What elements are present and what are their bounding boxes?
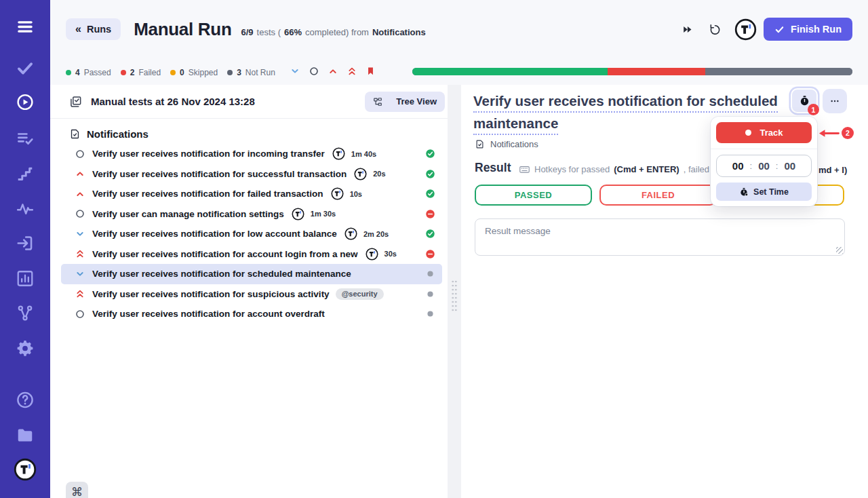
summary-text: tests ( — [257, 27, 281, 37]
testomat-ref-icon[interactable] — [332, 147, 345, 160]
dot-icon — [425, 269, 435, 279]
bookmark-icon[interactable] — [366, 66, 376, 77]
sidebar — [0, 0, 50, 498]
failed-button[interactable]: FAILED — [599, 185, 717, 206]
bar-chart-icon[interactable] — [16, 269, 35, 288]
status-dot-icon — [66, 70, 71, 75]
chevron-up-icon[interactable] — [328, 66, 338, 77]
folder-icon[interactable] — [16, 425, 35, 445]
run-progress-bar — [412, 68, 852, 75]
status-count-value: 2 — [130, 68, 135, 77]
test-list-header: Manual tests at 26 Nov 2024 13:28 Tree V… — [50, 85, 448, 119]
play-circle-icon[interactable] — [16, 92, 35, 112]
run-progress-summary: 6/9 tests ( 66% completed) from Notifica… — [241, 22, 426, 37]
status-dot-icon — [227, 70, 233, 75]
hotkeys-text: Hotkeys for passed — [534, 164, 610, 174]
progress-segment — [705, 68, 852, 75]
test-tag-badge: @security — [336, 288, 384, 300]
help-icon[interactable] — [16, 390, 35, 410]
testomat-logo-icon[interactable] — [734, 18, 757, 41]
test-name: Verify user receives notification for sc… — [92, 269, 351, 279]
hotkeys-command-button[interactable]: ⌘ — [66, 482, 88, 498]
seconds-field[interactable]: 00 — [784, 160, 795, 172]
tree-view-button[interactable]: Tree View — [365, 92, 445, 112]
gear-icon[interactable] — [16, 339, 35, 358]
breadcrumb-label: Notifications — [490, 139, 538, 149]
status-count-value: 0 — [180, 68, 184, 77]
test-row[interactable]: Verify user can manage notification sett… — [61, 204, 442, 225]
tutorial-step-2-badge: 2 — [842, 127, 854, 139]
testomat-ref-icon[interactable] — [331, 187, 344, 200]
menu-icon[interactable] — [16, 17, 35, 37]
status-count: 3Not Run — [227, 68, 275, 77]
test-row[interactable]: Verify user receives notification for sc… — [61, 264, 442, 284]
list-check-icon[interactable] — [16, 128, 35, 148]
passed-button[interactable]: PASSED — [475, 185, 592, 206]
summary-text: completed) from — [305, 27, 369, 37]
testomat-ref-icon[interactable] — [292, 208, 304, 221]
result-message-input[interactable] — [475, 218, 845, 256]
sign-in-icon[interactable] — [16, 233, 35, 253]
logo-icon[interactable] — [14, 458, 37, 481]
test-rows: Verify user receives notification for in… — [50, 144, 448, 324]
suite-group-row[interactable]: Notifications — [69, 128, 448, 140]
set-time-button[interactable]: Set Time — [716, 183, 812, 201]
chevron-down-icon[interactable] — [290, 66, 300, 77]
keyboard-icon — [519, 164, 530, 175]
test-duration: 1m 30s — [311, 210, 336, 218]
run-heading: Manual tests at 26 Nov 2024 13:28 — [91, 96, 255, 107]
test-row[interactable]: Verify user receives notification for ac… — [61, 244, 442, 265]
tree-view-label: Tree View — [396, 96, 437, 107]
ellipsis-icon — [829, 96, 840, 107]
percent-complete: 66% — [284, 27, 302, 37]
status-dot-icon — [121, 70, 126, 75]
test-row[interactable]: Verify user receives notification for su… — [61, 164, 442, 185]
page-title: Manual Run — [134, 19, 231, 40]
testomat-ref-icon[interactable] — [354, 168, 367, 180]
set-time-label: Set Time — [753, 187, 789, 197]
tutorial-step-1-badge: 1 — [808, 104, 819, 115]
track-section: Track — [711, 117, 817, 149]
result-message-wrap — [475, 218, 845, 256]
minus-circle-icon — [425, 249, 435, 259]
test-row[interactable]: Verify user receives notification for su… — [61, 284, 442, 305]
status-bar: 4Passed2Failed0Skipped3Not Run — [66, 65, 852, 80]
status-count: 0Skipped — [170, 68, 218, 77]
back-to-runs-button[interactable]: « Runs — [66, 18, 121, 40]
panel-resize-divider[interactable] — [448, 85, 461, 498]
finish-run-button[interactable]: Finish Run — [764, 18, 852, 41]
circle-icon[interactable] — [309, 66, 319, 77]
chevrons-up-icon[interactable] — [347, 66, 357, 77]
breadcrumb[interactable]: Notifications — [475, 139, 538, 149]
status-count-value: 3 — [237, 68, 241, 77]
file-check-icon — [475, 139, 485, 149]
track-button[interactable]: Track — [716, 122, 812, 143]
test-name: Verify user receives notification for lo… — [92, 229, 337, 239]
testomat-ref-icon[interactable] — [344, 227, 357, 240]
more-options-button[interactable] — [823, 89, 847, 113]
timer-reset-icon[interactable] — [709, 23, 722, 36]
test-row[interactable]: Verify user receives notification for lo… — [61, 224, 442, 244]
test-duration: 2m 20s — [363, 230, 389, 238]
test-row[interactable]: Verify user receives notification for ac… — [61, 304, 442, 324]
source-suite: Notifications — [372, 27, 426, 37]
minutes-field[interactable]: 00 — [758, 160, 770, 172]
test-duration: 20s — [373, 170, 385, 178]
testomat-ref-icon[interactable] — [366, 248, 378, 261]
test-row[interactable]: Verify user receives notification for in… — [61, 144, 442, 164]
git-branch-icon[interactable] — [16, 303, 35, 323]
minus-circle-icon — [425, 209, 435, 219]
hours-field[interactable]: 00 — [732, 160, 744, 172]
pulse-icon[interactable] — [16, 199, 35, 218]
time-input-group: 00 : 00 : 00 — [716, 155, 812, 177]
track-time-popup: Track 00 : 00 : 00 Set Time — [711, 117, 817, 206]
test-row[interactable]: Verify user receives notification for fa… — [61, 184, 442, 204]
stopwatch-icon — [799, 95, 810, 107]
check-icon[interactable] — [16, 58, 35, 78]
drag-handle-icon[interactable] — [452, 280, 458, 313]
status-count-label: Skipped — [189, 68, 218, 77]
fast-forward-icon[interactable] — [682, 24, 693, 35]
chevron-up-icon — [75, 189, 85, 199]
stairs-icon[interactable] — [16, 164, 35, 183]
test-list-panel: Manual tests at 26 Nov 2024 13:28 Tree V… — [50, 85, 448, 498]
